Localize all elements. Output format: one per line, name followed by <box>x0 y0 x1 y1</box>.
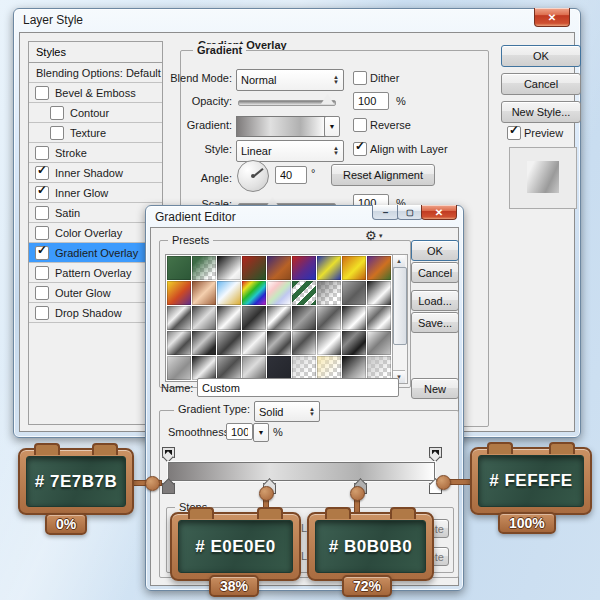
gradient-preset-24[interactable] <box>292 306 316 330</box>
new-button[interactable]: New <box>411 378 459 399</box>
layer-style-titlebar[interactable]: Layer Style <box>14 9 580 31</box>
gradient-preset-43[interactable] <box>317 356 341 380</box>
gradient-preset-13[interactable] <box>242 281 266 305</box>
smoothness-input[interactable] <box>226 423 253 440</box>
load-button[interactable]: Load... <box>411 290 459 311</box>
checkbox[interactable]: ✓ <box>35 186 49 200</box>
gradient-preset-12[interactable] <box>217 281 241 305</box>
minimize-icon[interactable]: – <box>372 205 399 220</box>
gradient-preset-7[interactable] <box>317 256 341 280</box>
checkbox[interactable] <box>50 126 64 140</box>
close-icon[interactable]: ✕ <box>534 8 570 27</box>
gradient-preset-11[interactable] <box>192 281 216 305</box>
opacity-stop-0[interactable] <box>162 447 175 458</box>
gradient-preset-44[interactable] <box>342 356 366 380</box>
checkbox[interactable] <box>35 226 49 240</box>
gradient-preset-32[interactable] <box>267 331 291 355</box>
gradient-preset-35[interactable] <box>342 331 366 355</box>
sidebar-item-drop-shadow[interactable]: Drop Shadow <box>29 303 162 323</box>
gradient-preset-1[interactable] <box>167 256 191 280</box>
gradient-bar[interactable] <box>168 462 435 481</box>
sidebar-item-inner-shadow[interactable]: ✓Inner Shadow <box>29 163 162 183</box>
gradient-preset-37[interactable] <box>167 356 191 380</box>
angle-dial[interactable] <box>237 160 269 192</box>
gradient-preset-28[interactable] <box>167 331 191 355</box>
dither-checkbox[interactable] <box>353 71 367 85</box>
scrollbar-thumb[interactable] <box>393 267 407 345</box>
gradient-preset-10[interactable] <box>167 281 191 305</box>
gradient-preset-5[interactable] <box>267 256 291 280</box>
ok-button[interactable]: OK <box>501 45 581 67</box>
gradient-preset-17[interactable] <box>342 281 366 305</box>
checkbox[interactable] <box>35 286 49 300</box>
gradient-preset-14[interactable] <box>267 281 291 305</box>
new-style-button[interactable]: New Style... <box>501 101 581 123</box>
gradient-preset-42[interactable] <box>292 356 316 380</box>
sidebar-item-contour[interactable]: Contour <box>29 103 162 123</box>
sidebar-item-gradient-overlay[interactable]: ✓Gradient Overlay <box>29 243 162 263</box>
cancel-button[interactable]: Cancel <box>411 262 459 283</box>
gradient-swatch-arrow[interactable]: ▼ <box>324 116 340 137</box>
gradient-preset-26[interactable] <box>342 306 366 330</box>
checkbox[interactable] <box>35 306 49 320</box>
color-stop-0[interactable] <box>162 483 175 494</box>
gradient-preset-27[interactable] <box>367 306 391 330</box>
gradient-swatch[interactable] <box>236 116 326 137</box>
gradient-preset-39[interactable] <box>217 356 241 380</box>
gradient-preset-2[interactable] <box>192 256 216 280</box>
opacity-input[interactable] <box>353 92 389 110</box>
name-input[interactable] <box>197 378 399 397</box>
gradient-preset-16[interactable] <box>317 281 341 305</box>
gradient-preset-34[interactable] <box>317 331 341 355</box>
sidebar-item-stroke[interactable]: Stroke <box>29 143 162 163</box>
blend-mode-select[interactable]: Normal ▲▼ <box>236 69 344 91</box>
checkbox[interactable] <box>35 206 49 220</box>
reverse-checkbox[interactable] <box>353 118 367 132</box>
sidebar-item-texture[interactable]: Texture <box>29 123 162 143</box>
preview-checkbox[interactable]: ✓ <box>507 126 521 140</box>
gradient-preset-41[interactable] <box>267 356 291 380</box>
gradient-preset-15[interactable] <box>292 281 316 305</box>
preset-scrollbar[interactable]: ▲ ▼ <box>392 254 408 384</box>
sidebar-item-outer-glow[interactable]: Outer Glow <box>29 283 162 303</box>
gradient-preset-18[interactable] <box>367 281 391 305</box>
gradient-preset-9[interactable] <box>367 256 391 280</box>
gradient-preset-6[interactable] <box>292 256 316 280</box>
close-icon[interactable]: ✕ <box>421 205 457 220</box>
sidebar-item-inner-glow[interactable]: ✓Inner Glow <box>29 183 162 203</box>
align-checkbox[interactable]: ✓ <box>353 142 367 156</box>
gradient-type-select[interactable]: Solid ▲▼ <box>254 401 320 422</box>
gradient-preset-36[interactable] <box>367 331 391 355</box>
checkbox[interactable]: ✓ <box>35 166 49 180</box>
save-button[interactable]: Save... <box>411 312 459 333</box>
gradient-preset-45[interactable] <box>367 356 391 380</box>
sidebar-item-bevel-emboss[interactable]: Bevel & Emboss <box>29 83 162 103</box>
presets-menu-button[interactable]: ⚙ ▼ <box>365 228 384 243</box>
gradient-preset-22[interactable] <box>242 306 266 330</box>
style-select[interactable]: Linear ▲▼ <box>236 140 344 162</box>
gradient-preset-31[interactable] <box>242 331 266 355</box>
checkbox[interactable]: ✓ <box>35 246 49 260</box>
gradient-preset-29[interactable] <box>192 331 216 355</box>
sidebar-item-pattern-overlay[interactable]: Pattern Overlay <box>29 263 162 283</box>
checkbox[interactable] <box>35 86 49 100</box>
gradient-preset-25[interactable] <box>317 306 341 330</box>
ok-button[interactable]: OK <box>411 240 459 261</box>
gradient-preset-20[interactable] <box>192 306 216 330</box>
sidebar-item-satin[interactable]: Satin <box>29 203 162 223</box>
sidebar-item-color-overlay[interactable]: Color Overlay <box>29 223 162 243</box>
gradient-preset-21[interactable] <box>217 306 241 330</box>
gradient-preset-8[interactable] <box>342 256 366 280</box>
checkbox[interactable] <box>50 106 64 120</box>
smoothness-arrow[interactable]: ▼ <box>253 423 269 442</box>
gradient-preset-23[interactable] <box>267 306 291 330</box>
checkbox[interactable] <box>35 146 49 160</box>
reset-alignment-button[interactable]: Reset Alignment <box>331 164 435 186</box>
gradient-preset-38[interactable] <box>192 356 216 380</box>
gradient-preset-3[interactable] <box>217 256 241 280</box>
sidebar-item-blending-options-default[interactable]: Blending Options: Default <box>29 63 162 83</box>
cancel-button[interactable]: Cancel <box>501 73 581 95</box>
gradient-preset-19[interactable] <box>167 306 191 330</box>
angle-input[interactable] <box>275 166 307 184</box>
maximize-icon[interactable]: ▢ <box>397 205 423 220</box>
